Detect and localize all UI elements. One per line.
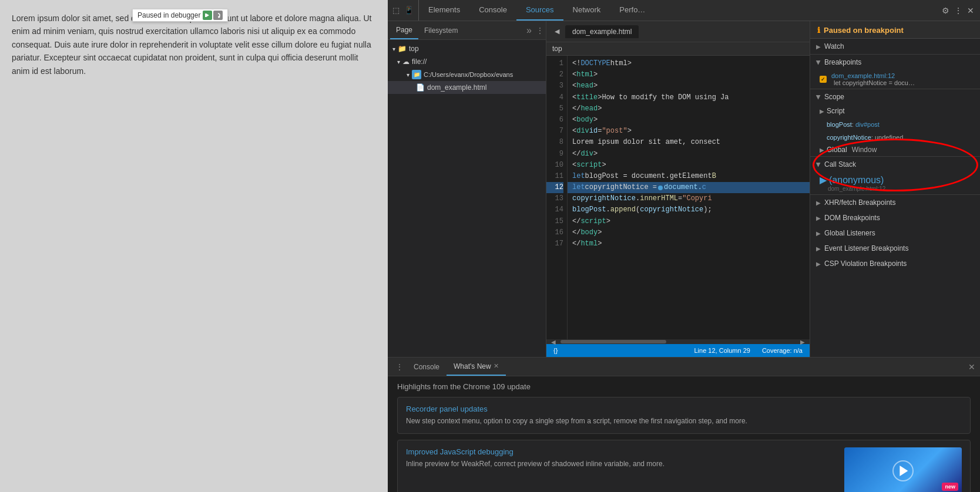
ln-2: 2	[546, 69, 563, 80]
xhr-arrow-icon: ▶	[816, 200, 821, 206]
bottom-panel-close-btn[interactable]: ✕	[968, 362, 975, 372]
breakpoints-section-header[interactable]: ▶ Breakpoints	[810, 55, 980, 70]
bottom-content: Highlights from the Chrome 109 update Re…	[388, 376, 980, 492]
devtools-main: Page Filesystem » ⋮ ▾ 📁 top ▾ ☁ file:// …	[388, 21, 980, 357]
code-line-11: let blogPost = document.getElementB	[568, 171, 810, 182]
scope-copyright-key: copyrightNotice	[827, 134, 871, 141]
event-listener-arrow-icon: ▶	[816, 245, 821, 252]
bottom-tab-console[interactable]: Console	[407, 358, 447, 376]
watch-section-header[interactable]: ▶ Watch	[810, 39, 980, 54]
script-expand-icon: ▶	[820, 108, 824, 114]
ln-15: 15	[546, 216, 563, 227]
tab-performance[interactable]: Perfo…	[610, 0, 655, 21]
file-tree: ▾ 📁 top ▾ ☁ file:// ▾ 📁 C:/Users/evanx/D…	[388, 40, 546, 357]
code-line-8: Lorem ipsum dolor sit amet, consect	[568, 137, 810, 148]
step-over-button[interactable]	[213, 11, 223, 20]
cursor-icon[interactable]: ⬚	[392, 6, 400, 15]
scope-arrow-icon: ▶	[815, 95, 822, 99]
sidebar-tabs-more[interactable]: »	[524, 25, 534, 36]
whats-new-close-icon[interactable]: ✕	[494, 362, 499, 370]
devtools-bottom: ⋮ Console What's New ✕ ✕ Highlights from…	[388, 357, 980, 492]
callstack-arrow: ▶	[820, 174, 827, 186]
watch-section: ▶ Watch	[810, 39, 980, 55]
dom-bp-arrow-icon: ▶	[816, 215, 821, 221]
editor-back-btn[interactable]: ◀	[551, 28, 563, 35]
editor-statusbar: {} Line 12, Column 29 Coverage: n/a	[546, 344, 810, 357]
folder-symbol: 📁	[398, 45, 407, 53]
breakpoint-checkbox[interactable]: ✓	[820, 76, 827, 83]
new-badge: new	[942, 483, 958, 491]
callstack-item: ▶ (anonymous) dom_example.html:12	[810, 172, 980, 194]
webpage-preview: Paused in debugger Lorem ipsum dolor sit…	[0, 0, 388, 492]
scope-blogpost-value: div#post	[855, 121, 880, 128]
sidebar-tabs: Page Filesystem » ⋮	[388, 21, 546, 40]
dom-breakpoints-section[interactable]: ▶ DOM Breakpoints	[810, 210, 980, 225]
code-line-4: <title>How to modify the DOM using Ja	[568, 92, 810, 103]
paused-header: ℹ Paused on breakpoint	[810, 21, 980, 39]
scope-script-header[interactable]: ▶ Script	[810, 105, 980, 117]
path-folder-icon: ▾	[407, 72, 410, 78]
devtools-topbar-right: ⚙ ⋮ ✕	[942, 6, 980, 15]
play-triangle	[900, 466, 908, 476]
xhr-fetch-section[interactable]: ▶ XHR/fetch Breakpoints	[810, 195, 980, 210]
ln-11: 11	[546, 171, 563, 182]
close-devtools-icon[interactable]: ✕	[967, 6, 974, 15]
folder-colored-icon: 📁	[412, 70, 421, 79]
breakpoints-arrow-icon: ▶	[815, 60, 822, 65]
ln-7: 7	[546, 126, 563, 137]
code-line-6: <body>	[568, 114, 810, 126]
csp-violation-section[interactable]: ▶ CSP Violation Breakpoints	[810, 256, 980, 271]
code-line-10: <script>	[568, 160, 810, 171]
editor-active-tab[interactable]: dom_example.html	[565, 25, 639, 38]
resume-button[interactable]	[203, 11, 212, 20]
code-editor: ◀ dom_example.html top 1 2 3 4 5 6 7	[546, 21, 810, 357]
cloud-icon: ☁	[402, 58, 410, 66]
svg-rect-1	[205, 14, 206, 17]
device-icon[interactable]: 📱	[404, 6, 414, 15]
callstack-file: dom_example.html:12	[828, 186, 971, 192]
ln-9: 9	[546, 149, 563, 160]
event-listener-section[interactable]: ▶ Event Listener Breakpoints	[810, 241, 980, 256]
code-lines: <!DOCTYPE html> <html> <head> <title>How…	[568, 56, 810, 339]
sidebar-more-icon[interactable]: ⋮	[536, 26, 543, 35]
callstack-section-header[interactable]: ▶ Call Stack	[810, 157, 980, 172]
devtools-topbar: ⬚ 📱 Elements Console Sources Network Per…	[388, 0, 980, 21]
bottom-tabs-more-icon[interactable]: ⋮	[392, 363, 407, 371]
watch-arrow-icon: ▶	[816, 43, 821, 50]
feature-card-2-img: new	[844, 447, 962, 492]
tree-item-path[interactable]: ▾ 📁 C:/Users/evanx/Dropbox/evans	[388, 68, 546, 81]
statusbar-right: Line 12, Column 29 Coverage: n/a	[694, 347, 803, 354]
code-line-16: </body>	[568, 227, 810, 238]
tab-console[interactable]: Console	[469, 0, 516, 21]
ln-12: 12	[546, 182, 563, 193]
scope-global-header[interactable]: ▶ Global Window	[810, 143, 980, 156]
sidebar-tab-filesystem[interactable]: Filesystem	[418, 21, 464, 39]
tab-elements[interactable]: Elements	[419, 0, 469, 21]
tree-item-top[interactable]: ▾ 📁 top	[388, 42, 546, 55]
ln-13: 13	[546, 193, 563, 204]
tab-network[interactable]: Network	[563, 0, 610, 21]
feature-card-1-text: Recorder panel updates New step context …	[406, 405, 962, 426]
ln-3: 3	[546, 80, 563, 92]
global-listeners-arrow-icon: ▶	[816, 230, 821, 237]
global-listeners-section[interactable]: ▶ Global Listeners	[810, 225, 980, 241]
scope-script-label: Script	[827, 107, 845, 115]
feature-card-2-text: Improved JavaScript debugging Inline pre…	[406, 447, 837, 492]
hscrollbar-thumb[interactable]	[561, 340, 666, 343]
editor-horizontal-scrollbar[interactable]: ◀ ▶	[546, 339, 810, 344]
scroll-left-btn[interactable]: ◀	[551, 339, 556, 345]
more-vert-icon[interactable]: ⋮	[954, 6, 962, 15]
tree-item-html-file[interactable]: 📄 dom_example.html	[388, 81, 546, 94]
feature-card-2-desc: Inline preview for WeakRef, correct prev…	[406, 459, 837, 469]
sidebar-tab-page[interactable]: Page	[390, 21, 418, 39]
settings-icon[interactable]: ⚙	[942, 6, 949, 15]
ln-1: 1	[546, 58, 563, 69]
tree-item-file[interactable]: ▾ ☁ file://	[388, 55, 546, 68]
code-line-9: </div>	[568, 149, 810, 160]
scope-copyright: copyrightNotice: undefined	[810, 130, 980, 143]
ln-5: 5	[546, 103, 563, 114]
scroll-right-btn[interactable]: ▶	[800, 339, 805, 345]
tab-sources[interactable]: Sources	[516, 0, 563, 21]
scope-section-header[interactable]: ▶ Scope	[810, 89, 980, 105]
bottom-tab-whats-new[interactable]: What's New ✕	[447, 358, 506, 376]
